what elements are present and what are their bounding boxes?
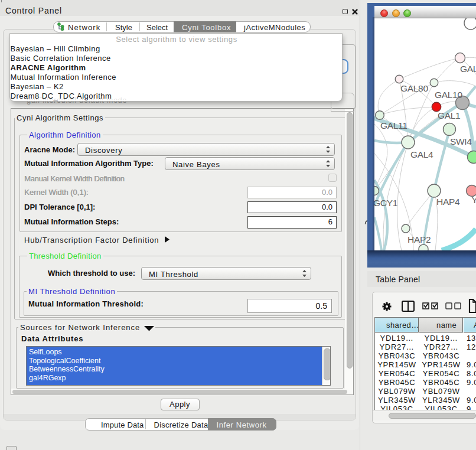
svg-text:GAL10: GAL10 <box>435 90 462 100</box>
svg-text:GCY1: GCY1 <box>374 198 397 208</box>
svg-text:GAL1: GAL1 <box>438 110 460 120</box>
svg-text:GAL: GAL <box>460 64 476 74</box>
svg-text:SWI4: SWI4 <box>450 136 472 146</box>
svg-text:GAL11: GAL11 <box>380 120 407 131</box>
svg-text:GAL4: GAL4 <box>410 149 433 159</box>
svg-text:HAP2: HAP2 <box>407 234 431 244</box>
svg-text:HAP4: HAP4 <box>436 197 460 207</box>
svg-text:GAL80: GAL80 <box>400 83 428 93</box>
svg-text:Y: Y <box>472 195 476 205</box>
